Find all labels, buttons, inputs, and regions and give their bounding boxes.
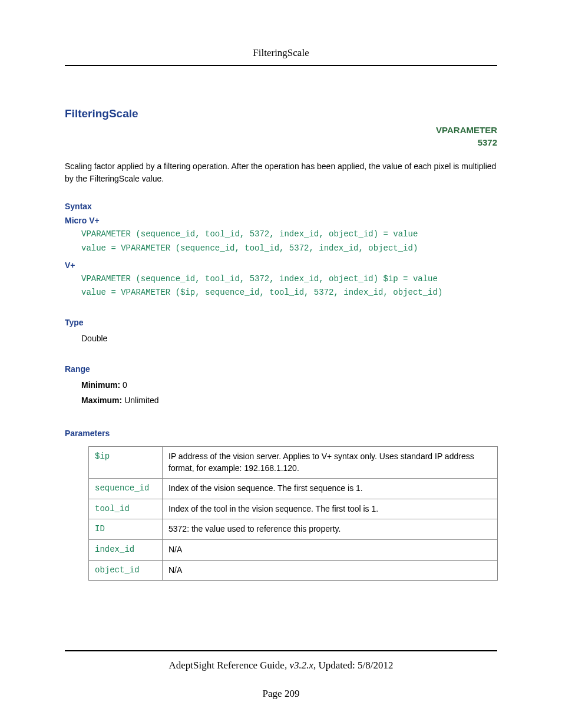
range-min-value: 0 bbox=[123, 380, 127, 390]
page-number-line: Page 209 bbox=[65, 688, 497, 700]
range-values: Minimum: 0 Maximum: Unlimited bbox=[81, 377, 497, 409]
vparameter-code: 5372 bbox=[65, 136, 497, 149]
parameters-table: $ip IP address of the vision server. App… bbox=[88, 446, 498, 581]
guide-version: v3.2.x bbox=[289, 660, 313, 671]
running-header: FilteringScale bbox=[65, 47, 497, 59]
param-desc: 5372: the value used to reference this p… bbox=[163, 519, 498, 540]
guide-title: AdeptSight Reference Guide bbox=[168, 660, 284, 671]
syntax-micro-code: VPARAMETER (sequence_id, tool_id, 5372, … bbox=[81, 228, 497, 256]
syntax-micro-label: Micro V+ bbox=[65, 216, 497, 225]
table-row: tool_id Index of the tool in the vision … bbox=[89, 499, 498, 519]
parameters-heading: Parameters bbox=[65, 429, 497, 438]
param-name: object_id bbox=[89, 560, 163, 581]
table-row: index_id N/A bbox=[89, 539, 498, 560]
topic-description: Scaling factor applied by a filtering op… bbox=[65, 160, 497, 185]
header-rule bbox=[65, 65, 497, 66]
code-line: VPARAMETER (sequence_id, tool_id, 5372, … bbox=[81, 274, 438, 284]
syntax-vplus-label: V+ bbox=[65, 261, 497, 270]
topic-heading-block: FilteringScale VPARAMETER 5372 bbox=[65, 107, 497, 149]
param-desc: N/A bbox=[163, 560, 498, 581]
vparameter-tag: VPARAMETER 5372 bbox=[65, 124, 497, 149]
table-row: $ip IP address of the vision server. App… bbox=[89, 446, 498, 478]
syntax-heading: Syntax bbox=[65, 202, 497, 211]
type-heading: Type bbox=[65, 318, 497, 327]
range-min-label: Minimum: bbox=[81, 380, 120, 390]
param-desc: Index of the vision sequence. The first … bbox=[163, 479, 498, 499]
param-desc: IP address of the vision server. Applies… bbox=[163, 446, 498, 478]
type-value: Double bbox=[81, 331, 497, 347]
param-name: $ip bbox=[89, 446, 163, 478]
footer-rule: AdeptSight Reference Guide, v3.2.x, Upda… bbox=[65, 650, 497, 700]
range-max-label: Maximum: bbox=[81, 396, 122, 405]
code-line: value = VPARAMETER (sequence_id, tool_id… bbox=[81, 243, 418, 253]
code-line: value = VPARAMETER ($ip, sequence_id, to… bbox=[81, 288, 442, 297]
table-row: ID 5372: the value used to reference thi… bbox=[89, 519, 498, 540]
param-name: sequence_id bbox=[89, 479, 163, 499]
param-desc: Index of the tool in the vision sequence… bbox=[163, 499, 498, 519]
range-max-value: Unlimited bbox=[124, 396, 158, 405]
footer-guide-line: AdeptSight Reference Guide, v3.2.x, Upda… bbox=[65, 660, 497, 671]
page-footer: AdeptSight Reference Guide, v3.2.x, Upda… bbox=[65, 644, 497, 700]
param-desc: N/A bbox=[163, 539, 498, 560]
page-number: 209 bbox=[285, 688, 300, 699]
table-row: sequence_id Index of the vision sequence… bbox=[89, 479, 498, 499]
param-name: tool_id bbox=[89, 499, 163, 519]
range-heading: Range bbox=[65, 364, 497, 374]
updated-label: Updated: bbox=[318, 660, 355, 671]
code-line: VPARAMETER (sequence_id, tool_id, 5372, … bbox=[81, 229, 418, 239]
vparameter-label: VPARAMETER bbox=[436, 125, 497, 135]
updated-date: 5/8/2012 bbox=[358, 660, 393, 671]
param-name: ID bbox=[89, 519, 163, 540]
table-row: object_id N/A bbox=[89, 560, 498, 581]
param-name: index_id bbox=[89, 539, 163, 560]
topic-title: FilteringScale bbox=[65, 107, 497, 120]
syntax-vplus-code: VPARAMETER (sequence_id, tool_id, 5372, … bbox=[81, 272, 497, 301]
page-label: Page bbox=[263, 688, 282, 699]
